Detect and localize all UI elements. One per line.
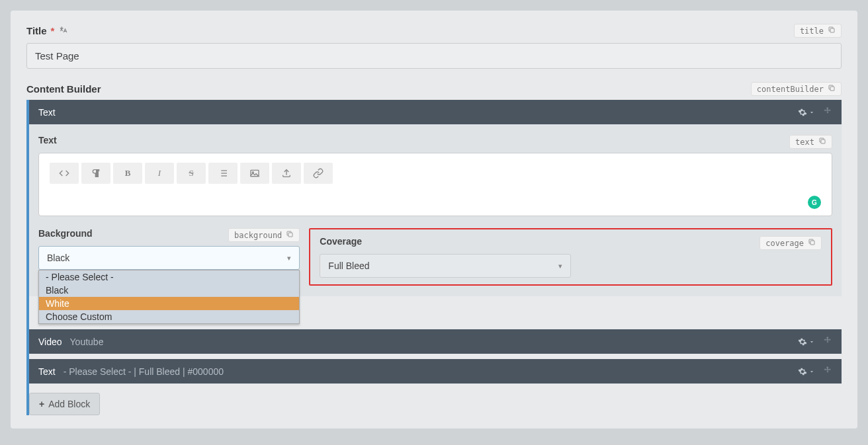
coverage-col: Coverage coverage Full Bleed ▾ <box>309 228 832 286</box>
add-block-button[interactable]: + Add Block <box>29 393 100 415</box>
italic-button[interactable]: I <box>145 163 174 184</box>
background-select[interactable]: Black ▾ <box>38 246 300 270</box>
title-header: Title * title <box>26 24 842 38</box>
svg-rect-0 <box>830 28 834 32</box>
background-selected-value: Black <box>47 253 69 263</box>
text-block-collapsed-header[interactable]: Text - Please Select - | Full Bleed | #0… <box>29 359 842 384</box>
drag-handle-icon[interactable] <box>823 366 832 377</box>
coverage-selected-value: Full Bleed <box>328 261 369 271</box>
bg-coverage-row: Background background Black ▾ <box>38 228 832 286</box>
text-field-tag-text: text <box>795 138 814 147</box>
upload-button[interactable] <box>272 163 301 184</box>
grammarly-icon[interactable]: G <box>808 196 821 209</box>
video-block-left: Video Youtube <box>38 337 103 347</box>
background-col: Background background Black ▾ <box>38 228 300 286</box>
form-container: Title * title Content Builder contentBui… <box>11 11 857 428</box>
dropdown-option-black[interactable]: Black <box>39 284 299 297</box>
required-star-icon: * <box>51 25 55 36</box>
content-builder-header: Content Builder contentBuilder <box>26 82 842 96</box>
text-block-header: Text <box>29 100 842 124</box>
video-block-actions <box>798 336 832 347</box>
drag-handle-icon[interactable] <box>823 106 832 118</box>
settings-button[interactable] <box>798 366 815 377</box>
title-label: Title <box>26 25 47 36</box>
strikethrough-button[interactable]: S <box>177 163 206 184</box>
coverage-header: Coverage coverage <box>320 236 822 250</box>
paragraph-button[interactable] <box>81 163 110 184</box>
text-block-actions <box>798 106 832 118</box>
link-button[interactable] <box>304 163 333 184</box>
svg-rect-13 <box>810 241 814 245</box>
text-collapsed-subtitle: - Please Select - | Full Bleed | #000000 <box>64 366 224 377</box>
rich-text-editor: B I S G <box>38 153 832 216</box>
background-label: Background <box>38 228 93 242</box>
text-field-tag[interactable]: text <box>789 135 832 149</box>
copy-icon <box>808 238 816 248</box>
content-builder-tag-text: contentBuilder <box>757 85 824 94</box>
svg-rect-1 <box>830 87 834 91</box>
video-block-subtitle: Youtube <box>70 337 104 347</box>
list-button[interactable] <box>208 163 238 184</box>
text-collapsed-title: Text <box>38 366 56 377</box>
background-tag-text: background <box>234 231 282 240</box>
dropdown-option-please-select[interactable]: - Please Select - <box>39 270 299 284</box>
coverage-tag-text: coverage <box>765 239 804 248</box>
bold-button[interactable]: B <box>113 163 142 184</box>
content-builder-label: Content Builder <box>26 83 101 95</box>
copy-icon <box>286 230 294 240</box>
content-builder-body: Text Text text <box>26 100 842 415</box>
background-dropdown-list: - Please Select - Black White Choose Cus… <box>38 270 300 324</box>
copy-icon <box>828 84 836 94</box>
background-dropdown: Black ▾ - Please Select - Black White Ch… <box>38 246 300 270</box>
editor-content-area[interactable]: G <box>39 184 832 216</box>
content-builder-tag[interactable]: contentBuilder <box>751 82 842 96</box>
editor-toolbar: B I S <box>39 153 832 184</box>
coverage-select[interactable]: Full Bleed ▾ <box>320 254 570 278</box>
plus-icon: + <box>39 399 44 409</box>
svg-rect-12 <box>288 233 292 237</box>
text-block-body: Text text B I <box>29 124 842 296</box>
code-button[interactable] <box>50 163 79 184</box>
text-collapsed-left: Text - Please Select - | Full Bleed | #0… <box>38 366 224 377</box>
settings-button[interactable] <box>798 336 815 347</box>
add-block-label: Add Block <box>48 399 90 409</box>
title-tag[interactable]: title <box>794 24 842 38</box>
title-section: Title * title <box>26 24 842 69</box>
video-block-title: Video <box>38 337 62 347</box>
svg-rect-2 <box>821 140 825 143</box>
video-block-header[interactable]: Video Youtube <box>29 329 842 354</box>
dropdown-option-white[interactable]: White <box>39 297 299 310</box>
text-collapsed-actions <box>798 366 832 377</box>
text-field-label: Text <box>38 135 57 149</box>
copy-icon <box>818 137 826 147</box>
text-field-header: Text text <box>38 135 832 149</box>
background-header: Background background <box>38 228 300 242</box>
chevron-down-icon: ▾ <box>287 254 291 263</box>
title-tag-text: title <box>800 26 824 36</box>
copy-icon <box>828 26 836 36</box>
coverage-tag[interactable]: coverage <box>760 236 822 250</box>
background-tag[interactable]: background <box>228 228 300 242</box>
dropdown-option-custom[interactable]: Choose Custom <box>39 310 299 323</box>
translate-icon[interactable] <box>58 25 67 36</box>
settings-button[interactable] <box>798 106 815 118</box>
title-label-wrap: Title * <box>26 25 67 36</box>
image-button[interactable] <box>240 163 269 184</box>
drag-handle-icon[interactable] <box>823 336 832 347</box>
text-block-title: Text <box>38 107 56 118</box>
title-input[interactable] <box>26 43 842 69</box>
coverage-highlight-box: Coverage coverage Full Bleed ▾ <box>309 228 832 286</box>
chevron-down-icon: ▾ <box>558 262 562 270</box>
coverage-label: Coverage <box>320 236 362 250</box>
